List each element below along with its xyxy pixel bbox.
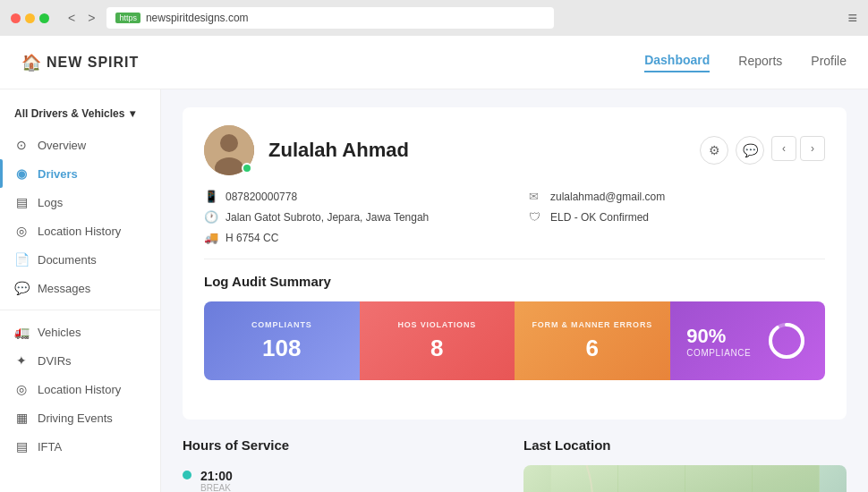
- hours-item-break: 21:00 BREAK: [183, 465, 506, 492]
- phone-icon: 📱: [204, 190, 218, 203]
- sidebar-item-messages[interactable]: 💬 Messages: [0, 274, 160, 302]
- hours-title: Hours of Service: [183, 437, 506, 453]
- sidebar-item-label: IFTA: [38, 440, 62, 454]
- nav-back-button[interactable]: <: [64, 9, 80, 27]
- nav-links: Dashboard Reports Profile: [644, 53, 847, 72]
- sidebar-item-label: Logs: [38, 196, 63, 209]
- address-text: Jalan Gatot Subroto, Jepara, Jawa Tengah: [226, 211, 429, 224]
- drivers-icon: ◉: [14, 166, 29, 181]
- close-dot: [11, 13, 21, 23]
- logs-icon: ▤: [14, 195, 29, 209]
- compliance-text: 90% COMPLIANCE: [686, 325, 751, 358]
- compliance-percent: 90%: [686, 325, 751, 348]
- nav-arrows: ‹ ›: [771, 136, 825, 165]
- email-row: ✉ zulalahmad@gmail.com: [529, 190, 825, 203]
- address-icon: 🕐: [204, 210, 218, 224]
- browser-chrome: < > https newspiritdesigns.com ≡: [0, 0, 868, 36]
- url-text: newspiritdesigns.com: [146, 12, 249, 24]
- hours-of-service-section: Hours of Service 21:00 BREAK 35:00 DR: [183, 437, 506, 492]
- address-row: 🕐 Jalan Gatot Subroto, Jepara, Jawa Teng…: [204, 210, 500, 224]
- settings-button[interactable]: ⚙: [700, 136, 728, 165]
- sidebar: All Drivers & Vehicles ▾ ⊙ Overview ◉ Dr…: [0, 89, 161, 492]
- email-icon: ✉: [529, 190, 543, 203]
- browser-dots: [11, 13, 49, 23]
- sidebar-header[interactable]: All Drivers & Vehicles ▾: [0, 104, 160, 131]
- prev-driver-button[interactable]: ‹: [771, 136, 796, 161]
- nav-link-dashboard[interactable]: Dashboard: [644, 53, 710, 72]
- sidebar-item-label: Drivers: [38, 167, 78, 181]
- driver-actions: ⚙ 💬 ‹ ›: [700, 136, 825, 165]
- main-content: Zulalah Ahmad ⚙ 💬 ‹ › 📱 087820000778 ✉: [161, 89, 868, 492]
- top-nav: 🏠 NEW SPIRIT Dashboard Reports Profile: [0, 36, 868, 89]
- vehicle-row: 🚚 H 6754 CC: [204, 231, 500, 244]
- next-driver-button[interactable]: ›: [800, 136, 825, 161]
- maximize-dot: [39, 13, 49, 23]
- compliants-value: 108: [262, 335, 301, 362]
- log-audit-title: Log Audit Summary: [204, 274, 825, 289]
- sidebar-item-vehicles[interactable]: 🚛 Vehicles: [0, 318, 160, 346]
- nav-forward-button[interactable]: >: [83, 9, 99, 27]
- sidebar-item-location-history2[interactable]: ◎ Location History: [0, 375, 160, 403]
- dvirs-icon: ✦: [14, 353, 29, 368]
- sidebar-item-label: Messages: [38, 282, 90, 295]
- map-placeholder: [523, 465, 847, 492]
- overview-icon: ⊙: [14, 138, 29, 152]
- vehicles-icon: 🚛: [14, 325, 29, 339]
- sidebar-item-driving-events[interactable]: ▦ Driving Events: [0, 403, 160, 432]
- vehicle-icon: 🚚: [204, 231, 218, 244]
- browser-nav: < >: [64, 9, 99, 27]
- log-audit-section: Log Audit Summary COMPLIANTS 108 HOS VIO…: [204, 274, 825, 380]
- audit-card-hos: HOS VIOLATIONS 8: [360, 301, 515, 380]
- sidebar-item-label: Overview: [38, 139, 86, 152]
- hours-list: 21:00 BREAK 35:00 DRIVING: [183, 465, 506, 492]
- sidebar-item-dvirs[interactable]: ✦ DVIRs: [0, 346, 160, 375]
- documents-icon: 📄: [14, 252, 29, 267]
- driver-header-top: Zulalah Ahmad ⚙ 💬 ‹ ›: [204, 125, 825, 175]
- driver-info-grid: 📱 087820000778 ✉ zulalahmad@gmail.com 🕐 …: [204, 190, 825, 244]
- hos-label: HOS VIOLATIONS: [397, 320, 476, 329]
- eld-icon: 🛡: [529, 210, 543, 224]
- sidebar-item-label: Location History: [38, 383, 121, 396]
- audit-card-compliants: COMPLIANTS 108: [204, 301, 360, 380]
- logo-icon: 🏠: [21, 53, 41, 72]
- divider: [204, 259, 825, 259]
- phone-text: 087820000778: [226, 191, 297, 203]
- driver-avatar-wrap: [204, 125, 254, 175]
- nav-link-profile[interactable]: Profile: [811, 54, 847, 72]
- sidebar-header-label: All Drivers & Vehicles: [14, 107, 124, 120]
- driver-name: Zulalah Ahmad: [268, 139, 409, 162]
- compliance-label: COMPLIANCE: [686, 348, 751, 358]
- break-dot: [183, 471, 191, 479]
- bottom-grid: Hours of Service 21:00 BREAK 35:00 DR: [183, 437, 847, 492]
- location-history2-icon: ◎: [14, 382, 29, 396]
- form-manner-value: 6: [586, 335, 599, 362]
- last-location-section: Last Location: [523, 437, 847, 492]
- sidebar-item-ifta[interactable]: ▤ IFTA: [0, 432, 160, 461]
- break-label: BREAK: [200, 483, 233, 492]
- ifta-icon: ▤: [14, 439, 29, 454]
- chevron-down-icon: ▾: [130, 107, 135, 120]
- sidebar-item-documents[interactable]: 📄 Documents: [0, 245, 160, 274]
- app-body: All Drivers & Vehicles ▾ ⊙ Overview ◉ Dr…: [0, 89, 868, 492]
- sidebar-item-location-history[interactable]: ◎ Location History: [0, 216, 160, 245]
- logo-text: NEW SPIRIT: [47, 55, 139, 71]
- chat-button[interactable]: 💬: [736, 136, 764, 165]
- map-svg: [523, 465, 847, 492]
- sidebar-item-label: Location History: [38, 225, 121, 238]
- hamburger-icon[interactable]: ≡: [847, 9, 857, 28]
- hours-item-break-details: 21:00 BREAK: [200, 469, 233, 492]
- minimize-dot: [25, 13, 35, 23]
- messages-icon: 💬: [14, 281, 29, 295]
- sidebar-item-drivers[interactable]: ◉ Drivers: [0, 159, 160, 188]
- svg-point-1: [220, 134, 238, 152]
- location-title: Last Location: [523, 437, 847, 453]
- phone-row: 📱 087820000778: [204, 190, 500, 203]
- url-bar[interactable]: https newspiritdesigns.com: [106, 7, 554, 29]
- sidebar-item-overview[interactable]: ⊙ Overview: [0, 131, 160, 159]
- sidebar-item-label: Documents: [38, 253, 97, 267]
- compliance-circle-chart: [765, 319, 808, 362]
- svg-point-4: [770, 325, 803, 357]
- sidebar-item-logs[interactable]: ▤ Logs: [0, 188, 160, 216]
- nav-link-reports[interactable]: Reports: [738, 54, 782, 72]
- driving-events-icon: ▦: [14, 411, 29, 425]
